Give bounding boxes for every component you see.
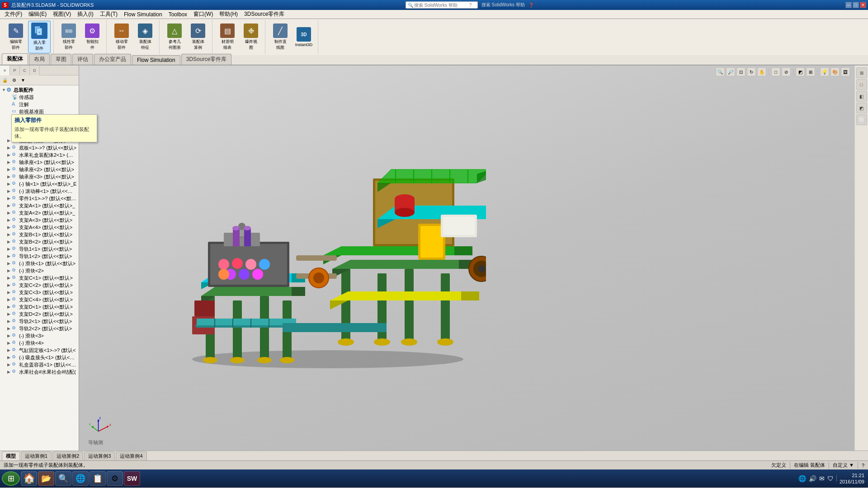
line-drawing-button[interactable]: ╱ 制作直线图 bbox=[269, 22, 292, 52]
side-btn-4[interactable]: ◩ bbox=[856, 103, 867, 113]
view-appear-button[interactable]: 🎨 bbox=[830, 67, 840, 76]
tree-item-annotation[interactable]: A 注解 bbox=[1, 101, 78, 108]
systray-network[interactable]: 🌐 bbox=[798, 475, 806, 482]
tree-item-part17[interactable]: ▶ ⚙ 导轨1<2> (默认<<默认> bbox=[1, 253, 78, 260]
help-icon-status[interactable]: ? bbox=[862, 463, 864, 468]
rotate-button[interactable]: ↻ bbox=[747, 67, 756, 76]
tree-root[interactable]: ▼ ⚙ 总装配件 bbox=[1, 86, 78, 94]
tree-item-part8[interactable]: ▶ ⚙ (-) 滚动棒<1> (默认<<默认 bbox=[1, 188, 78, 195]
tree-item-part6[interactable]: ▶ ⚙ 轴承座<3> (默认<<默认> bbox=[1, 173, 78, 180]
menu-edit[interactable]: 编辑(E) bbox=[26, 9, 49, 19]
view-mode-button[interactable]: ⊞ bbox=[806, 67, 815, 76]
side-btn-5[interactable]: ⬜ bbox=[856, 114, 867, 125]
tree-item-part16[interactable]: ▶ ⚙ 导轨1<1> (默认<<默认> bbox=[1, 245, 78, 253]
tree-item-part27[interactable]: ▶ ⚙ 导轨2<2> (默认<<默认> bbox=[1, 325, 78, 332]
close-button[interactable]: ✕ bbox=[860, 2, 866, 8]
tree-item-part29[interactable]: ▶ ⚙ (-) 滑块<4> bbox=[1, 339, 78, 347]
start-button[interactable]: ⊞ bbox=[2, 471, 20, 486]
tree-item-sensor[interactable]: 📡 传感器 bbox=[1, 94, 78, 101]
pan-button[interactable]: ✋ bbox=[757, 67, 766, 76]
menu-3dsource[interactable]: 3DSource零件库 bbox=[241, 9, 287, 19]
tree-item-part33[interactable]: ▶ ⚙ 水果社会#水果社会#结配( bbox=[1, 368, 78, 375]
bottom-tab-model[interactable]: 模型 bbox=[2, 451, 20, 460]
menu-help[interactable]: 帮助(H) bbox=[217, 9, 241, 19]
menu-view[interactable]: 视图(V) bbox=[50, 9, 74, 19]
search-box[interactable]: 🔍 ? bbox=[406, 1, 478, 9]
tab-evaluate[interactable]: 评估 bbox=[72, 54, 93, 65]
tree-item-part22[interactable]: ▶ ⚙ 支架C<3> (默认<<默认> bbox=[1, 289, 78, 296]
tree-item-part13[interactable]: ▶ ⚙ 支架A<4> (默认<<默认> bbox=[1, 224, 78, 231]
panel-icon-2[interactable]: ⚙ bbox=[10, 76, 18, 84]
tree-item-part23[interactable]: ▶ ⚙ 支架C<4> (默认<<默认> bbox=[1, 296, 78, 303]
tree-item-part7[interactable]: ▶ ⚙ (-) 轴<1> (默认<<默认>_E bbox=[1, 180, 78, 188]
insert-parts-button[interactable]: + 插入零部件 bbox=[28, 21, 51, 53]
view-display-button[interactable]: ◩ bbox=[796, 67, 805, 76]
panel-tab-config[interactable]: C bbox=[20, 66, 30, 75]
tree-item-part9[interactable]: ▶ ⚙ 零件1<1>->? (默认<<默认> bbox=[1, 195, 78, 202]
tree-item-part30[interactable]: ▶ ⚙ 气缸固定板<1>->? (默认< bbox=[1, 347, 78, 354]
tree-item-part11[interactable]: ▶ ⚙ 支架A<2> (默认<<默认>_ bbox=[1, 209, 78, 216]
systray-sound[interactable]: 🔊 bbox=[809, 475, 816, 482]
tree-item-part21[interactable]: ▶ ⚙ 支架C<2> (默认<<默认> bbox=[1, 282, 78, 289]
bom-button[interactable]: ▤ 材质明细表 bbox=[216, 22, 239, 52]
taskbar-app-2[interactable]: 📂 bbox=[38, 471, 54, 486]
taskbar-app-1[interactable]: 🏠 bbox=[21, 471, 37, 486]
tree-item-part32[interactable]: ▶ ⚙ 礼盒盖容器<1> (默认<<默认 bbox=[1, 361, 78, 368]
tree-item-part5[interactable]: ▶ ⚙ 轴承座<2> (默认<<默认> bbox=[1, 166, 78, 173]
zoom-out-button[interactable]: 🔎 bbox=[726, 67, 735, 76]
panel-tab-dxf[interactable]: D bbox=[30, 66, 40, 75]
panel-tab-property[interactable]: P bbox=[10, 66, 20, 75]
tree-item-part10[interactable]: ▶ ⚙ 支架A<1> (默认<<默认>_ bbox=[1, 202, 78, 209]
tree-item-part31[interactable]: ▶ ⚙ (-) 吸盘接头<1> (默认<<默 bbox=[1, 354, 78, 361]
panel-icon-1[interactable]: 🔒 bbox=[1, 76, 9, 84]
tree-item-part2[interactable]: ▶ ⚙ 底板<1>->? (默认<<默认> bbox=[1, 144, 78, 151]
tree-item-part18[interactable]: ▶ ⚙ (-) 滑块<1> (默认<<默认> bbox=[1, 260, 78, 267]
tree-item-part25[interactable]: ▶ ⚙ 支架D<2> (默认<<默认> bbox=[1, 310, 78, 318]
view-scene-button[interactable]: 🖼 bbox=[841, 67, 850, 76]
tree-item-part24[interactable]: ▶ ⚙ 支架D<1> (默认<<默认> bbox=[1, 303, 78, 310]
tree-item-part4[interactable]: ▶ ⚙ 轴承座<1> (默认<<默认> bbox=[1, 159, 78, 166]
menu-tools[interactable]: 工具(T) bbox=[97, 9, 120, 19]
side-btn-3[interactable]: ◧ bbox=[856, 91, 867, 102]
side-btn-1[interactable]: ⊞ bbox=[856, 67, 867, 78]
tree-item-part28[interactable]: ▶ ⚙ (-) 滑块<3> bbox=[1, 332, 78, 339]
panel-icon-3[interactable]: ▼ bbox=[19, 76, 27, 84]
tree-item-part20[interactable]: ▶ ⚙ 支架C<1> (默认<<默认> bbox=[1, 274, 78, 282]
tab-sketch[interactable]: 草图 bbox=[51, 54, 71, 65]
systray-msg[interactable]: ✉ bbox=[819, 475, 825, 482]
tab-layout[interactable]: 布局 bbox=[29, 54, 50, 65]
maximize-button[interactable]: □ bbox=[853, 2, 859, 8]
systray-shield[interactable]: 🛡 bbox=[827, 475, 834, 482]
bottom-tab-motion4[interactable]: 运动算例4 bbox=[116, 451, 146, 460]
tree-item-part19[interactable]: ▶ ⚙ (-) 滑块<2> bbox=[1, 267, 78, 274]
assembly-study-button[interactable]: ⟳ 装配体算例 bbox=[187, 22, 209, 52]
zoom-fit-button[interactable]: ⊡ bbox=[736, 67, 745, 76]
ref-geometry-button[interactable]: △ 参考几何图形 bbox=[163, 22, 186, 52]
view-sect-button[interactable]: ⊘ bbox=[782, 67, 791, 76]
tab-office[interactable]: 办公室产品 bbox=[94, 54, 131, 65]
bottom-tab-motion2[interactable]: 运动算例2 bbox=[52, 451, 83, 460]
search-input[interactable] bbox=[414, 3, 468, 8]
tree-item-part14[interactable]: ▶ ⚙ 支架B<1> (默认<<默认> bbox=[1, 231, 78, 238]
taskbar-app-search[interactable]: 🔍 bbox=[55, 471, 71, 486]
instant3d-button[interactable]: 3D Instant3D bbox=[292, 25, 315, 49]
bottom-tab-motion3[interactable]: 运动算例3 bbox=[84, 451, 115, 460]
tab-assembly[interactable]: 装配体 bbox=[2, 53, 28, 65]
menu-insert[interactable]: 插入(I) bbox=[75, 9, 96, 19]
tab-flow-simulation[interactable]: Flow Simulation bbox=[132, 55, 180, 65]
menu-window[interactable]: 窗口(W) bbox=[191, 9, 216, 19]
tree-item-part26[interactable]: ▶ ⚙ 导轨2<1> (默认<<默认> bbox=[1, 318, 78, 325]
view-light-button[interactable]: 💡 bbox=[820, 67, 829, 76]
tree-item-part12[interactable]: ▶ ⚙ 支架A<3> (默认<<默认> bbox=[1, 216, 78, 224]
taskbar-app-sw[interactable]: SW bbox=[124, 471, 140, 486]
menu-toolbox[interactable]: Toolbox bbox=[166, 10, 190, 19]
3d-viewport[interactable]: 🔍 🔎 ⊡ ↻ ✋ □ ⊘ ◩ ⊞ 💡 🎨 🖼 bbox=[79, 66, 868, 450]
tree-item-part3[interactable]: ▶ ⚙ 水果礼盒装配体2<1> (默认< bbox=[1, 151, 78, 159]
side-btn-2[interactable]: □ bbox=[856, 79, 867, 90]
taskbar-app-settings[interactable]: ⚙ bbox=[107, 471, 123, 486]
menu-file[interactable]: 文件(F) bbox=[2, 9, 25, 19]
linear-array-button[interactable]: ⊞⊞ 线性零部件 bbox=[57, 22, 80, 52]
explode-view-button[interactable]: ❉ 爆炸视图 bbox=[240, 22, 262, 52]
taskbar-app-browser[interactable]: 🌐 bbox=[72, 471, 89, 486]
edit-parts-button[interactable]: ✎ 编辑零部件 bbox=[5, 22, 27, 52]
